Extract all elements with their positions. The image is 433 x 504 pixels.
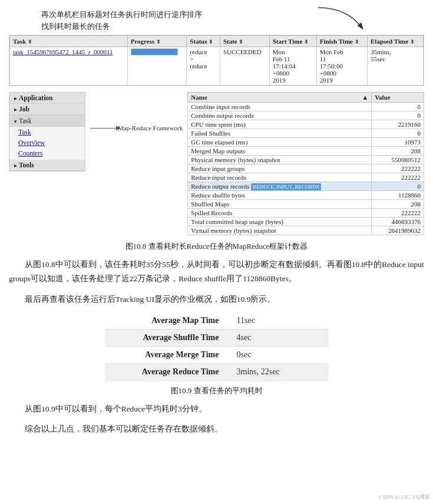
counter-name: Total committed heap usage (bytes) — [188, 218, 372, 226]
annotation-text: 再次单机栏目标题对任务执行时间进行逆序排序 找到耗时最长的任务 — [41, 9, 202, 32]
body-text-1: 从图10.8中可以看到，该任务耗时35分55秒，从时间看，可以初步断定有数据倾斜… — [9, 258, 424, 286]
sort-icon-elapsed: ⬍ — [410, 39, 415, 45]
middle-section: ▸Application ▸Job ▾Task Task Overview Co… — [9, 92, 424, 235]
body-text-2: 最后再查看该任务运行后Tracking UI显示的作业概况，如图10.9所示。 — [9, 292, 424, 307]
counter-name: Reduce input records — [188, 173, 372, 182]
mapreduce-arrow-label: ▶ Map-Reduce Framework — [90, 121, 183, 134]
counter-row: Failed Shuffles0 — [188, 129, 424, 138]
counter-row: GC time elapsed (ms)10973 — [188, 138, 424, 147]
counter-row: Combine input records0 — [188, 103, 424, 111]
counter-row: Reduce input records222222 — [188, 173, 424, 182]
counter-value: 10973 — [372, 138, 424, 147]
counter-row: Physical memory (bytes) snapshot55008051… — [188, 156, 424, 164]
col-finish-time[interactable]: Finish Time ⬍ — [316, 36, 367, 47]
avg-time-row: Average Merge Time0sec — [105, 346, 329, 363]
col-state[interactable]: State ⬍ — [220, 36, 269, 47]
nav-counters[interactable]: Counters — [9, 148, 85, 159]
start-time-cell: MonFeb 1117:14:04+08002019 — [269, 47, 316, 85]
figure1-caption: 图10.8 查看耗时长Reduce任务的MapReduce框架计数器 — [9, 241, 424, 252]
state-cell: SUCCEEDED — [220, 47, 269, 85]
counter-value: 222222 — [372, 173, 424, 182]
sort-icon-progress: ⬍ — [156, 39, 161, 45]
nav-tools[interactable]: ▸Tools — [9, 160, 85, 171]
sort-icon-task: ⬍ — [28, 39, 32, 45]
counter-value: 222222 — [372, 164, 424, 173]
counter-name: Reduce output records REDUCE_INPUT_RECOR… — [188, 182, 372, 191]
annotation-arrow — [312, 5, 371, 34]
counter-row: Merged Map outputs208 — [188, 147, 424, 156]
avg-time-row: Average Map Time11sec — [105, 312, 329, 330]
counter-name: Combine output records — [188, 111, 372, 120]
nav-task[interactable]: Task — [9, 127, 85, 137]
body-text-4: 综合以上几点，我们基本可以断定任务存在数据倾斜。 — [9, 422, 424, 436]
counter-value: 446693376 — [372, 218, 424, 226]
avg-time-label: Average Reduce Time — [105, 363, 228, 380]
mapreduce-label: Map-Reduce Framework — [118, 121, 183, 134]
col-value: Value — [372, 93, 424, 103]
task-link[interactable]: task_1545967695472_1445_r_000011 — [13, 48, 113, 55]
triangle-icon: ▸ — [14, 95, 17, 101]
triangle-icon-tools: ▸ — [14, 163, 17, 169]
counter-row: Reduce shuffle bytes1128860 — [188, 191, 424, 200]
finish-time-cell: Mon Feb1117:50:00+08002019 — [316, 47, 367, 85]
col-progress[interactable]: Progress ⬍ — [127, 36, 187, 47]
counter-name: Shuffled Maps — [188, 200, 372, 209]
nav-job[interactable]: ▸Job — [9, 104, 85, 115]
avg-time-section: Average Map Time11secAverage Shuffle Tim… — [105, 312, 329, 381]
counter-value: 0 — [372, 182, 424, 191]
status-cell: reduce > reduce — [187, 47, 220, 85]
counter-row: Spilled Records222222 — [188, 209, 424, 218]
counter-name: GC time elapsed (ms) — [188, 138, 372, 147]
avg-time-row: Average Shuffle Time4sec — [105, 329, 329, 346]
counter-row: Combine output records0 — [188, 111, 424, 120]
table-row: task_1545967695472_1445_r_000011reduce >… — [10, 47, 424, 85]
counter-name: Reduce input groups — [188, 164, 372, 173]
sort-icon-finish: ⬍ — [355, 39, 359, 45]
nav-application[interactable]: ▸Application — [9, 93, 85, 104]
col-task[interactable]: Task ⬍ — [10, 36, 128, 47]
sort-icon-start: ⬍ — [304, 39, 309, 45]
sort-icon-name: ▲ — [362, 94, 368, 101]
counter-value: 2641989632 — [372, 226, 424, 235]
counter-value: 2219160 — [372, 120, 424, 129]
counter-value: 0 — [372, 129, 424, 138]
sort-icon-status: ⬍ — [209, 39, 213, 45]
col-start-time[interactable]: Start Time ⬍ — [269, 36, 316, 47]
avg-time-value: 3mins, 22sec — [228, 363, 329, 380]
col-name-label: Name — [191, 94, 207, 101]
nav-task-section[interactable]: ▾Task — [9, 115, 85, 127]
avg-time-label: Average Shuffle Time — [105, 329, 228, 346]
figure2-caption: 图10.9 查看任务的平均耗时 — [9, 386, 424, 396]
avg-time-value: 4sec — [228, 329, 329, 346]
body-text-3: 从图10.9中可以看到，每个Reduce平均耗时3分钟。 — [9, 402, 424, 416]
left-nav: ▸Application ▸Job ▾Task Task Overview Co… — [9, 92, 85, 172]
nav-overview[interactable]: Overview — [9, 137, 85, 148]
avg-time-value: 11sec — [228, 312, 329, 330]
counter-row: Virtual memory (bytes) snapshot264198963… — [188, 226, 424, 235]
avg-time-label: Average Map Time — [105, 312, 228, 330]
counter-name: Physical memory (bytes) snapshot — [188, 156, 372, 164]
counter-name: Spilled Records — [188, 209, 372, 218]
col-name: Name ▲ — [188, 93, 372, 103]
counter-row: Reduce output records REDUCE_INPUT_RECOR… — [188, 182, 424, 191]
avg-time-value: 0sec — [228, 346, 329, 363]
elapsed-time-cell: 35mins,55sec — [367, 47, 423, 85]
col-elapsed-time[interactable]: Elapsed Time ⬍ — [367, 36, 423, 47]
counter-name: Failed Shuffles — [188, 129, 372, 138]
counter-value: 208 — [372, 200, 424, 209]
col-status[interactable]: Status ⬍ — [187, 36, 220, 47]
counter-value: 550080512 — [372, 156, 424, 164]
avg-time-label: Average Merge Time — [105, 346, 228, 363]
task-table: Task ⬍ Progress ⬍ Status ⬍ State ⬍ Start… — [9, 35, 424, 86]
counter-name: Merged Map outputs — [188, 147, 372, 156]
progress-bar — [131, 48, 178, 55]
counter-value: 208 — [372, 147, 424, 156]
watermark: CSDN @ CIC_TQ博客 — [379, 493, 430, 501]
triangle-icon-task-section: ▾ — [14, 118, 17, 124]
counter-row: Shuffled Maps208 — [188, 200, 424, 209]
counter-value: 0 — [372, 111, 424, 120]
counter-name: CPU time spent (ms) — [188, 120, 372, 129]
avg-time-row: Average Reduce Time3mins, 22sec — [105, 363, 329, 380]
sort-icon-state: ⬍ — [239, 39, 243, 45]
counters-table: Name ▲ Value Combine input records0Combi… — [187, 92, 424, 235]
